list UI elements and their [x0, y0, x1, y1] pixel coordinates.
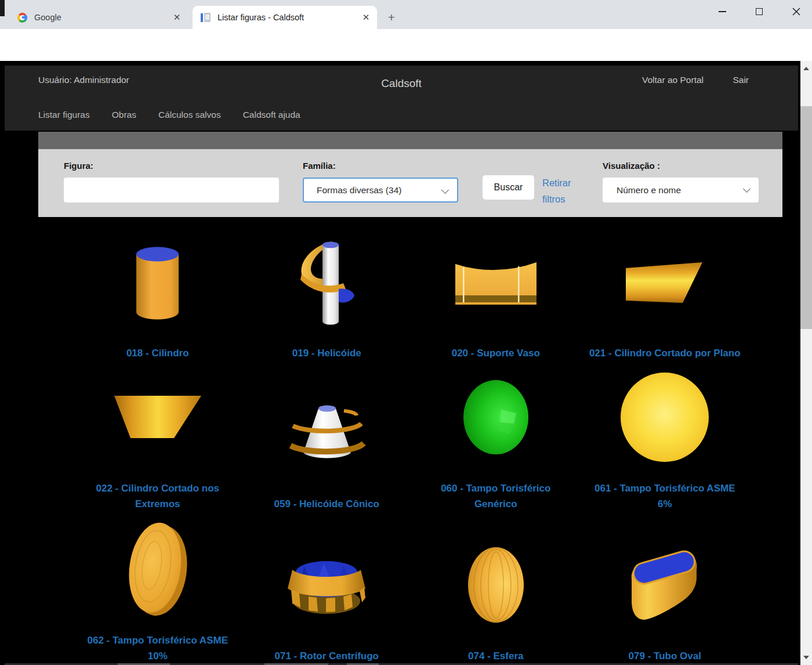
tab-google[interactable]: Google ✕	[9, 6, 188, 29]
figure-cell-022-cilindro-cortado-extremos[interactable]: 022 - Cilindro Cortado nosExtremos	[73, 361, 242, 512]
tab-close-icon[interactable]: ✕	[172, 12, 182, 23]
visualizacao-select[interactable]: Número e nome	[603, 178, 759, 203]
figure-label[interactable]: 071 - Rotor Centrífugo	[275, 648, 379, 664]
logout-link[interactable]: Sair	[733, 75, 749, 85]
tab-title: Listar figuras - Caldsoft	[217, 13, 361, 22]
figure-cell-062-tampo-torisferico-asme-10[interactable]: 062 - Tampo Torisférico ASME10%	[73, 512, 242, 664]
page-scrollbar[interactable]	[800, 61, 812, 665]
figure-image-rotor-centrifugo[interactable]	[254, 530, 399, 640]
visualizacao-label: Visualização :	[603, 161, 660, 171]
familia-label: Família:	[303, 161, 336, 171]
window-minimize-button[interactable]	[709, 0, 735, 23]
chevron-down-icon	[441, 186, 449, 194]
scrollbar-up-button[interactable]	[800, 61, 812, 76]
nav-caldsoft-ajuda[interactable]: Caldsoft ajuda	[243, 110, 300, 120]
figure-cell-059-helicoide-conico[interactable]: 059 - Helicóide Cônico	[242, 361, 412, 512]
close-icon	[792, 8, 800, 16]
browser-tabstrip: Google ✕ Listar figuras - Caldsoft ✕ +	[0, 0, 812, 29]
figure-image-suporte-vaso[interactable]	[423, 229, 568, 337]
figure-label[interactable]: 021 - Cilindro Cortado por Plano	[589, 345, 741, 361]
figure-cell-021-cilindro-cortado-plano[interactable]: 021 - Cilindro Cortado por Plano	[581, 229, 750, 361]
figure-image-tampo-torisferico-asme-10[interactable]	[85, 514, 230, 624]
figure-label[interactable]: 061 - Tampo Torisférico ASME6%	[594, 480, 735, 512]
figura-label: Figura:	[64, 161, 93, 171]
nav-obras[interactable]: Obras	[112, 110, 136, 120]
scrollbar-down-button[interactable]	[800, 650, 812, 665]
scrollbar-thumb[interactable]	[800, 106, 812, 329]
figure-cell-074-esfera[interactable]: 074 - Esfera	[411, 512, 581, 664]
figure-label[interactable]: 062 - Tampo Torisférico ASME10%	[88, 633, 228, 664]
visualizacao-select-value: Número e nome	[617, 185, 681, 196]
arrow-down-icon	[803, 656, 809, 659]
buscar-button[interactable]: Buscar	[483, 175, 534, 200]
figure-image-esfera[interactable]	[423, 530, 568, 640]
site-header: Usuário: Administrador Caldsoft Voltar a…	[5, 66, 798, 131]
tab-close-icon[interactable]: ✕	[361, 12, 371, 23]
retirar-filtros-link[interactable]: Retirar filtros	[542, 175, 579, 207]
figure-label[interactable]: 059 - Helicóide Cônico	[274, 496, 379, 512]
nav-listar-figuras[interactable]: Listar figuras	[38, 110, 90, 120]
filter-top-band	[38, 132, 782, 149]
nav-calculos-salvos[interactable]: Cálculos salvos	[158, 110, 221, 120]
figure-label[interactable]: 074 - Esfera	[468, 648, 523, 664]
figure-label[interactable]: 020 - Suporte Vaso	[452, 345, 540, 361]
main-nav: Listar figuras Obras Cálculos salvos Cal…	[38, 110, 300, 120]
new-tab-button[interactable]: +	[384, 10, 399, 26]
window-close-button[interactable]	[783, 0, 810, 23]
figure-image-cilindro[interactable]	[85, 229, 230, 337]
browser-toolbar: calculo.info/Caldsoft/Fig C	[0, 29, 812, 61]
figure-image-helicoide[interactable]	[254, 229, 399, 337]
figure-image-tampo-torisferico-generico[interactable]	[423, 362, 568, 472]
figure-label[interactable]: 018 - Cilindro	[126, 345, 189, 361]
arrow-up-icon	[803, 67, 809, 70]
figure-cell-060-tampo-torisferico-generico[interactable]: 060 - Tampo TorisféricoGenérico	[411, 361, 581, 512]
figure-image-tampo-torisferico-asme-6[interactable]	[592, 362, 737, 472]
filter-panel: Figura: Família: Formas diversas (34) Bu…	[38, 149, 782, 217]
figure-row: 022 - Cilindro Cortado nosExtremos	[73, 361, 749, 512]
figure-label[interactable]: 019 - Helicóide	[292, 345, 361, 361]
caldsoft-favicon-icon	[201, 13, 211, 23]
window-corner	[0, 0, 5, 16]
figure-label[interactable]: 022 - Cilindro Cortado nosExtremos	[96, 480, 219, 512]
figure-cell-071-rotor-centrifugo[interactable]: 071 - Rotor Centrífugo	[242, 512, 412, 664]
figure-label[interactable]: 060 - Tampo TorisféricoGenérico	[441, 480, 550, 512]
figure-grid: 018 - Cilindro	[73, 229, 749, 664]
page-content: Usuário: Administrador Caldsoft Voltar a…	[0, 61, 812, 665]
tab-caldsoft[interactable]: Listar figuras - Caldsoft ✕	[193, 6, 377, 29]
figure-cell-079-tubo-oval[interactable]: 079 - Tubo Oval	[581, 512, 750, 664]
chevron-down-icon	[743, 185, 751, 193]
tab-title: Google	[34, 13, 172, 22]
portal-link[interactable]: Voltar ao Portal	[642, 75, 704, 85]
figure-row: 018 - Cilindro	[73, 229, 749, 361]
figure-image-cilindro-cortado-extremos[interactable]	[85, 362, 230, 472]
figure-image-tubo-oval[interactable]	[592, 530, 737, 640]
figure-cell-020-suporte-vaso[interactable]: 020 - Suporte Vaso	[411, 229, 581, 361]
figure-image-cilindro-cortado-plano[interactable]	[592, 229, 737, 337]
figure-label[interactable]: 079 - Tubo Oval	[629, 648, 701, 664]
window-maximize-button[interactable]	[746, 0, 773, 23]
figure-cell-061-tampo-torisferico-asme-6[interactable]: 061 - Tampo Torisférico ASME6%	[581, 361, 750, 512]
figure-cell-019-helicoide[interactable]: 019 - Helicóide	[242, 229, 412, 361]
familia-select-value: Formas diversas (34)	[317, 185, 401, 196]
figure-row: 062 - Tampo Torisférico ASME10%	[73, 512, 749, 664]
figure-image-helicoide-conico[interactable]	[254, 378, 399, 488]
familia-select[interactable]: Formas diversas (34)	[303, 178, 458, 203]
figura-input[interactable]	[64, 178, 279, 203]
figure-cell-018-cilindro[interactable]: 018 - Cilindro	[73, 229, 242, 361]
google-favicon-icon	[17, 13, 27, 23]
